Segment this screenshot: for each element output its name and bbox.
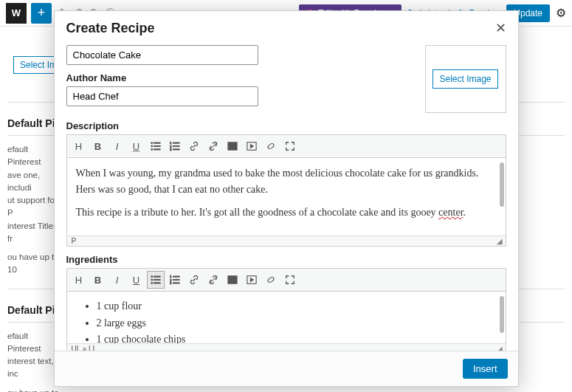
recipe-image-box: Select Image xyxy=(425,45,506,113)
scrollbar-thumb[interactable] xyxy=(500,296,504,333)
ingredients-textarea[interactable]: 1 cup flour 2 large eggs 1 cup chocolate… xyxy=(67,292,506,343)
create-recipe-modal: Create Recipe ✕ Author Name Select Image… xyxy=(54,10,519,387)
adv-link-icon[interactable] xyxy=(262,271,280,289)
link-icon[interactable] xyxy=(185,271,203,289)
bold-icon[interactable]: B xyxy=(89,271,107,289)
rte-toolbar: H B I U 123 xyxy=(67,269,506,292)
svg-point-33 xyxy=(266,276,274,283)
heading-icon[interactable]: H xyxy=(70,271,88,289)
svg-rect-28 xyxy=(173,283,179,283)
svg-rect-24 xyxy=(173,276,179,277)
svg-text:3: 3 xyxy=(170,281,172,285)
insert-button[interactable]: Insert xyxy=(463,359,508,379)
link-icon[interactable] xyxy=(185,137,203,155)
description-label: Description xyxy=(66,120,506,131)
video-icon[interactable] xyxy=(243,137,261,155)
svg-point-19 xyxy=(151,279,152,281)
adv-link-icon[interactable] xyxy=(262,137,280,155)
description-editor: H B I U 123 Wh xyxy=(66,134,506,247)
image-icon[interactable] xyxy=(224,137,241,155)
bold-icon[interactable]: B xyxy=(89,137,107,155)
heading-icon[interactable]: H xyxy=(70,137,88,155)
svg-rect-30 xyxy=(227,276,236,284)
fullscreen-icon[interactable] xyxy=(281,137,299,155)
modal-footer: Insert xyxy=(55,351,518,386)
unlink-icon[interactable] xyxy=(204,137,222,155)
svg-marker-32 xyxy=(250,278,253,281)
svg-rect-5 xyxy=(154,149,160,150)
unlink-icon[interactable] xyxy=(204,271,222,289)
bullet-list-icon[interactable] xyxy=(147,137,165,155)
close-icon[interactable]: ✕ xyxy=(495,20,506,36)
ingredients-label: Ingredients xyxy=(66,254,506,265)
modal-title: Create Recipe xyxy=(66,21,155,36)
svg-rect-22 xyxy=(154,283,160,283)
svg-point-0 xyxy=(151,142,152,144)
svg-rect-1 xyxy=(154,142,160,143)
italic-icon[interactable]: I xyxy=(108,271,126,289)
resize-handle-icon[interactable]: ◢ xyxy=(497,237,501,245)
rte-path: P xyxy=(72,237,77,245)
ingredients-editor: H B I U 123 xyxy=(66,268,506,351)
italic-icon[interactable]: I xyxy=(108,137,126,155)
svg-rect-7 xyxy=(173,142,179,143)
svg-rect-3 xyxy=(154,145,160,146)
list-item: 1 cup flour xyxy=(97,298,497,314)
fullscreen-icon[interactable] xyxy=(281,271,299,289)
bullet-list-icon[interactable] xyxy=(147,271,165,289)
resize-handle-icon[interactable]: ◢ xyxy=(497,345,501,351)
image-icon[interactable] xyxy=(224,271,241,289)
svg-rect-18 xyxy=(154,276,160,277)
scrollbar-thumb[interactable] xyxy=(500,162,504,207)
rte-toolbar: H B I U 123 xyxy=(67,135,506,158)
modal-body[interactable]: Author Name Select Image Description H B… xyxy=(55,42,518,351)
svg-point-4 xyxy=(151,148,152,150)
svg-point-21 xyxy=(151,282,152,283)
video-icon[interactable] xyxy=(243,271,261,289)
list-item: 1 cup chocolate chips xyxy=(97,331,497,343)
svg-marker-15 xyxy=(250,144,253,148)
numbered-list-icon[interactable]: 123 xyxy=(166,271,184,289)
svg-point-2 xyxy=(151,145,152,147)
author-name-label: Author Name xyxy=(66,72,410,83)
list-item: 2 large eggs xyxy=(97,315,497,331)
svg-rect-20 xyxy=(154,279,160,280)
numbered-list-icon[interactable]: 123 xyxy=(166,137,184,155)
recipe-name-input[interactable] xyxy=(66,45,258,65)
svg-rect-26 xyxy=(173,279,179,280)
svg-rect-9 xyxy=(173,145,179,146)
svg-rect-13 xyxy=(227,142,236,151)
modal-overlay: Create Recipe ✕ Author Name Select Image… xyxy=(0,0,572,392)
svg-rect-11 xyxy=(173,149,179,150)
author-name-input[interactable] xyxy=(66,86,258,106)
select-image-button[interactable]: Select Image xyxy=(433,69,497,89)
rte-path: UL » LI xyxy=(72,345,95,351)
svg-text:3: 3 xyxy=(170,148,172,151)
description-textarea[interactable]: When I was young, my grandma used to bak… xyxy=(67,158,506,235)
underline-icon[interactable]: U xyxy=(128,137,145,155)
svg-point-17 xyxy=(151,276,152,278)
underline-icon[interactable]: U xyxy=(128,271,145,289)
svg-point-16 xyxy=(266,142,274,149)
